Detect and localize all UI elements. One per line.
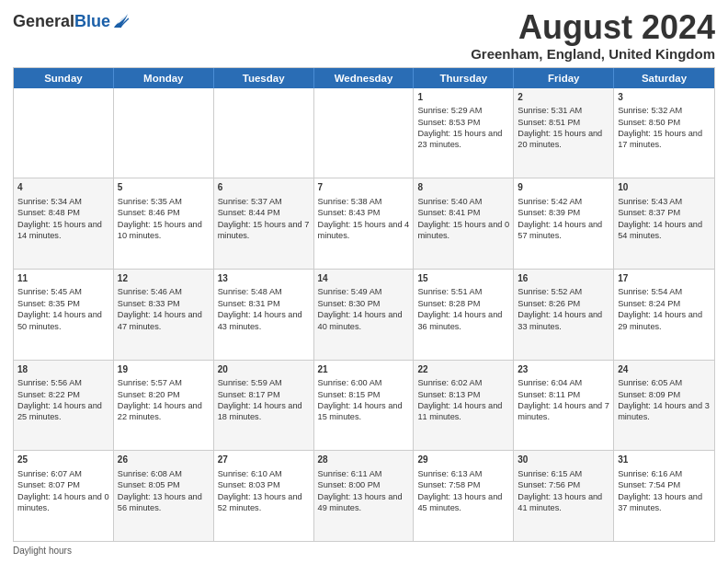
month-title: August 2024	[471, 9, 715, 46]
location: Greenham, England, United Kingdom	[471, 46, 715, 62]
day-info: Sunset: 7:58 PM	[417, 479, 509, 490]
calendar-cell-4: 4Sunrise: 5:34 AMSunset: 8:48 PMDaylight…	[14, 178, 114, 269]
header-day-friday: Friday	[514, 68, 614, 88]
day-info: Daylight: 14 hours and 54 minutes.	[618, 219, 711, 242]
calendar-week-2: 4Sunrise: 5:34 AMSunset: 8:48 PMDaylight…	[14, 178, 714, 270]
day-info: Daylight: 13 hours and 37 minutes.	[618, 491, 711, 514]
day-number: 4	[17, 181, 109, 194]
calendar-cell-16: 16Sunrise: 5:52 AMSunset: 8:26 PMDayligh…	[514, 270, 614, 360]
day-number: 2	[518, 91, 609, 104]
calendar-cell-22: 22Sunrise: 6:02 AMSunset: 8:13 PMDayligh…	[414, 361, 514, 451]
calendar-cell-1: 1Sunrise: 5:29 AMSunset: 8:53 PMDaylight…	[414, 88, 514, 178]
day-info: Daylight: 13 hours and 41 minutes.	[518, 491, 609, 514]
day-number: 12	[118, 272, 210, 285]
calendar-cell-11: 11Sunrise: 5:45 AMSunset: 8:35 PMDayligh…	[14, 270, 114, 360]
day-info: Sunset: 7:56 PM	[518, 479, 609, 490]
day-info: Sunset: 8:03 PM	[218, 479, 310, 490]
day-info: Daylight: 15 hours and 4 minutes.	[318, 219, 410, 242]
footer-note: Daylight hours	[13, 546, 715, 556]
calendar-cell-5: 5Sunrise: 5:35 AMSunset: 8:46 PMDaylight…	[114, 178, 214, 269]
day-number: 26	[118, 454, 210, 466]
day-info: Daylight: 14 hours and 33 minutes.	[518, 309, 609, 332]
calendar-cell-7: 7Sunrise: 5:38 AMSunset: 8:43 PMDaylight…	[314, 178, 415, 269]
day-info: Sunrise: 5:40 AM	[417, 196, 509, 207]
day-info: Daylight: 14 hours and 22 minutes.	[118, 400, 210, 423]
day-info: Sunrise: 6:16 AM	[618, 468, 711, 479]
header-day-monday: Monday	[114, 68, 214, 88]
day-info: Sunrise: 6:07 AM	[17, 468, 109, 479]
day-info: Daylight: 15 hours and 0 minutes.	[417, 219, 509, 242]
day-info: Sunset: 8:46 PM	[118, 207, 210, 218]
calendar-cell-19: 19Sunrise: 5:57 AMSunset: 8:20 PMDayligh…	[114, 361, 214, 451]
day-info: Sunset: 8:15 PM	[318, 389, 410, 400]
day-info: Sunset: 8:05 PM	[118, 479, 210, 490]
day-number: 10	[618, 181, 711, 194]
day-info: Sunrise: 6:13 AM	[417, 468, 509, 479]
calendar-cell-23: 23Sunrise: 6:04 AMSunset: 8:11 PMDayligh…	[514, 361, 614, 451]
day-number: 20	[218, 363, 310, 376]
day-info: Sunset: 8:11 PM	[518, 389, 609, 400]
day-info: Sunset: 8:07 PM	[17, 479, 109, 490]
day-info: Sunrise: 6:10 AM	[218, 468, 310, 479]
calendar-week-3: 11Sunrise: 5:45 AMSunset: 8:35 PMDayligh…	[14, 270, 714, 361]
day-info: Sunrise: 5:46 AM	[118, 286, 210, 297]
day-info: Sunset: 8:39 PM	[518, 207, 609, 218]
day-info: Sunrise: 6:02 AM	[417, 377, 509, 388]
day-info: Sunrise: 5:32 AM	[618, 105, 711, 116]
day-info: Daylight: 13 hours and 45 minutes.	[417, 491, 509, 514]
day-info: Sunrise: 5:51 AM	[417, 286, 509, 297]
day-info: Sunrise: 5:34 AM	[17, 196, 109, 207]
day-number: 16	[518, 272, 609, 285]
day-number: 11	[17, 272, 109, 285]
day-info: Sunset: 8:31 PM	[218, 298, 310, 309]
day-info: Sunset: 8:22 PM	[17, 389, 109, 400]
day-info: Daylight: 14 hours and 57 minutes.	[518, 219, 609, 242]
calendar-week-1: 1Sunrise: 5:29 AMSunset: 8:53 PMDaylight…	[14, 88, 714, 179]
day-info: Sunrise: 6:04 AM	[518, 377, 609, 388]
calendar-cell-26: 26Sunrise: 6:08 AMSunset: 8:05 PMDayligh…	[114, 451, 214, 541]
day-info: Sunset: 8:41 PM	[417, 207, 509, 218]
day-info: Sunrise: 6:15 AM	[518, 468, 609, 479]
day-info: Daylight: 14 hours and 18 minutes.	[218, 400, 310, 423]
day-info: Sunset: 7:54 PM	[618, 479, 711, 490]
day-info: Daylight: 15 hours and 17 minutes.	[618, 128, 711, 151]
day-info: Sunrise: 5:52 AM	[518, 286, 609, 297]
day-info: Daylight: 14 hours and 7 minutes.	[518, 400, 609, 423]
day-number: 13	[218, 272, 310, 285]
day-info: Daylight: 13 hours and 52 minutes.	[218, 491, 310, 514]
day-info: Daylight: 15 hours and 10 minutes.	[118, 219, 210, 242]
day-info: Sunset: 8:20 PM	[118, 389, 210, 400]
day-info: Sunset: 8:09 PM	[618, 389, 711, 400]
day-info: Sunset: 8:50 PM	[618, 117, 711, 128]
logo: GeneralBlue	[13, 13, 129, 31]
calendar-cell-20: 20Sunrise: 5:59 AMSunset: 8:17 PMDayligh…	[214, 361, 314, 451]
header-day-thursday: Thursday	[414, 68, 514, 88]
day-number: 25	[17, 454, 109, 466]
day-info: Daylight: 15 hours and 20 minutes.	[518, 128, 609, 151]
day-number: 8	[417, 181, 509, 194]
calendar-cell-25: 25Sunrise: 6:07 AMSunset: 8:07 PMDayligh…	[14, 451, 114, 541]
header-day-tuesday: Tuesday	[214, 68, 314, 88]
day-number: 30	[518, 454, 609, 466]
day-info: Sunrise: 5:42 AM	[518, 196, 609, 207]
day-info: Sunrise: 5:45 AM	[17, 286, 109, 297]
calendar-cell-2: 2Sunrise: 5:31 AMSunset: 8:51 PMDaylight…	[514, 88, 614, 178]
day-info: Sunset: 8:24 PM	[618, 298, 711, 309]
day-info: Daylight: 14 hours and 15 minutes.	[318, 400, 410, 423]
logo-bird-icon	[112, 11, 129, 31]
day-info: Sunrise: 5:38 AM	[318, 196, 410, 207]
calendar-cell-18: 18Sunrise: 5:56 AMSunset: 8:22 PMDayligh…	[14, 361, 114, 451]
day-info: Daylight: 14 hours and 0 minutes.	[17, 491, 109, 514]
day-info: Sunset: 8:37 PM	[618, 207, 711, 218]
day-info: Sunrise: 5:43 AM	[618, 196, 711, 207]
day-info: Sunset: 8:33 PM	[118, 298, 210, 309]
calendar-cell-empty-1	[114, 88, 214, 178]
calendar-cell-27: 27Sunrise: 6:10 AMSunset: 8:03 PMDayligh…	[214, 451, 314, 541]
day-info: Sunrise: 6:08 AM	[118, 468, 210, 479]
day-info: Sunrise: 5:49 AM	[318, 286, 410, 297]
calendar-cell-24: 24Sunrise: 6:05 AMSunset: 8:09 PMDayligh…	[614, 361, 714, 451]
day-info: Sunset: 8:17 PM	[218, 389, 310, 400]
day-info: Sunset: 8:51 PM	[518, 117, 609, 128]
day-info: Sunset: 8:48 PM	[17, 207, 109, 218]
day-info: Sunset: 8:28 PM	[417, 298, 509, 309]
